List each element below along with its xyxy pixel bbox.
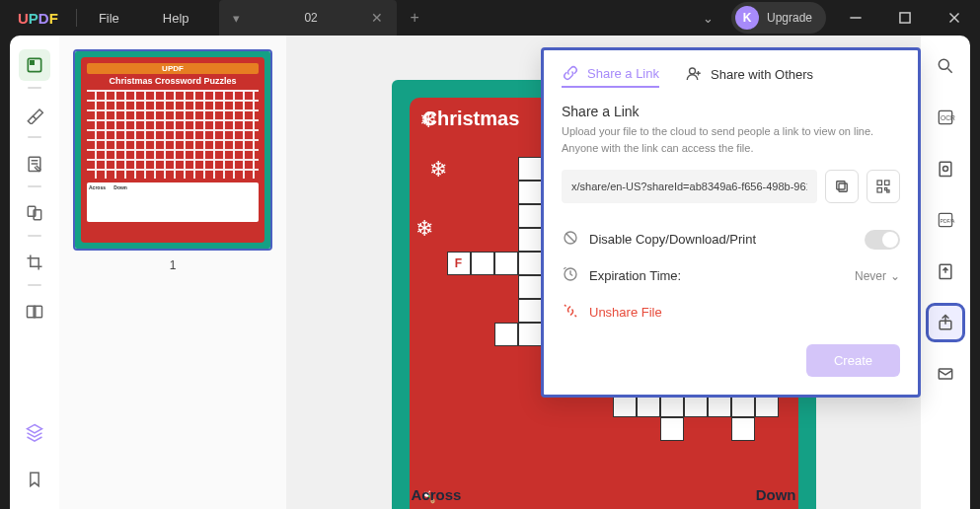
unshare-option[interactable]: Unshare File [562,294,900,330]
watermark-tool[interactable] [929,152,962,185]
copy-icon [833,178,851,195]
export-tool[interactable] [929,254,962,288]
title-bar: UPDF File Help ▾ 02 ✕ + ⌄ K Upgrade [0,0,980,36]
user-avatar: K [735,6,759,30]
thumb-brand: UPDF [87,63,259,74]
upgrade-label: Upgrade [767,11,812,25]
close-window-button[interactable] [935,2,974,34]
snowflake-icon: ❄ [419,108,437,133]
svg-rect-5 [31,61,34,64]
layers-tool[interactable] [19,416,50,448]
disable-icon [562,229,579,250]
share-tool[interactable] [929,306,962,339]
across-label: Across [412,486,462,503]
svg-rect-34 [839,183,847,191]
down-label: Down [756,486,796,503]
create-button[interactable]: Create [806,344,900,377]
tab-dropdown-icon[interactable]: ▾ [233,11,240,26]
bookmark-tool[interactable] [19,464,50,495]
search-tool[interactable] [929,49,962,83]
copy-link-button[interactable] [825,170,859,203]
thumbnails-tool[interactable] [19,49,50,81]
svg-point-22 [939,59,948,69]
svg-rect-38 [877,188,882,193]
share-others-tab[interactable]: Share with Others [685,65,813,87]
svg-text:PDF/A: PDF/A [941,218,955,224]
compare-tool[interactable] [19,296,50,327]
upgrade-button[interactable]: K Upgrade [731,2,826,34]
svg-rect-36 [877,181,882,185]
svg-rect-1 [900,13,910,23]
svg-rect-40 [887,190,889,192]
crop-tool[interactable] [19,247,50,278]
share-description: Upload your file to the cloud to send pe… [562,123,900,156]
thumbnail-page-number: 1 [73,258,272,272]
ocr-tool[interactable]: OCR [929,101,962,134]
clock-icon [562,265,579,286]
right-toolbar: OCR PDF/A [921,36,970,509]
pdfa-tool[interactable]: PDF/A [929,203,962,237]
expiration-dropdown[interactable]: Never ⌄ [855,269,900,283]
page-thumbnail[interactable]: UPDF Christmas Crossword Puzzles Across … [73,49,272,251]
chevron-down-icon: ⌄ [890,269,900,283]
menu-file[interactable]: File [77,11,141,26]
app-logo: UPDF [0,10,76,27]
thumb-title: Christmas Crossword Puzzles [87,76,259,86]
svg-rect-26 [940,162,951,176]
edit-tool[interactable] [19,148,50,180]
unlink-icon [562,302,579,323]
snowflake-icon: ❄ [415,216,433,242]
minimize-button[interactable] [836,2,875,34]
tab-close-icon[interactable]: ✕ [371,10,383,26]
highlight-tool[interactable] [19,99,50,130]
organize-tool[interactable] [19,197,50,229]
thumbnail-panel: UPDF Christmas Crossword Puzzles Across … [59,36,286,509]
share-link-input[interactable] [562,170,817,203]
svg-point-27 [943,167,948,172]
menu-help[interactable]: Help [141,11,211,26]
mail-tool[interactable] [929,357,962,391]
svg-line-23 [948,69,952,73]
share-heading: Share a Link [562,104,900,119]
svg-text:OCR: OCR [941,114,955,121]
disable-copy-option: Disable Copy/Download/Print [562,221,900,257]
history-dropdown-icon[interactable]: ⌄ [695,7,721,30]
svg-point-33 [690,68,696,74]
svg-rect-37 [885,181,890,185]
share-link-tab[interactable]: Share a Link [562,64,659,88]
qr-code-button[interactable] [867,170,900,203]
document-tab[interactable]: ▾ 02 ✕ [219,0,397,36]
svg-rect-35 [837,182,845,189]
expiration-option: Expiration Time: Never ⌄ [562,257,900,294]
maximize-button[interactable] [885,2,925,34]
person-add-icon [685,65,703,83]
left-toolbar [10,36,59,509]
tab-label: 02 [252,11,371,25]
link-icon [562,64,579,82]
qr-icon [874,178,892,195]
svg-line-42 [566,234,575,243]
disable-copy-toggle[interactable] [865,230,900,250]
share-dialog: Share a Link Share with Others Share a L… [541,47,921,398]
new-tab-button[interactable]: + [397,9,433,27]
